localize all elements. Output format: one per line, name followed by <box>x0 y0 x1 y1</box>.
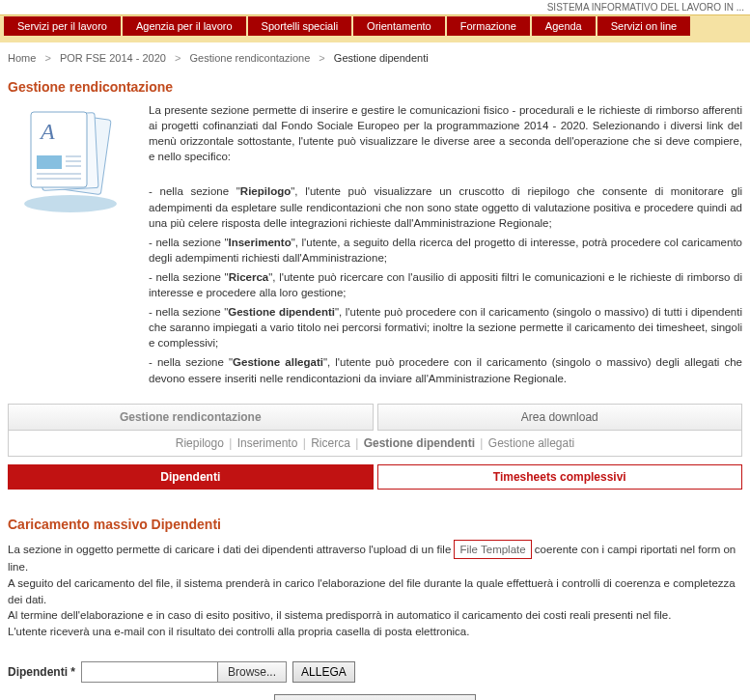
tab-gestione-rendicontazione[interactable]: Gestione rendicontazione <box>8 404 374 431</box>
section-subtitle: Caricamento massivo Dipendenti <box>0 490 750 540</box>
subnav-inserimento[interactable]: Inserimento <box>237 436 298 450</box>
intro-bullet-gestdip: - nella sezione "Gestione dipendenti", l… <box>149 304 742 350</box>
breadcrumb-item-por[interactable]: POR FSE 2014 - 2020 <box>60 52 166 64</box>
subnav-gestdip[interactable]: Gestione dipendenti <box>364 436 475 450</box>
intro-bullet-ricerca: - nella sezione "Ricerca", l'utente può … <box>149 269 742 300</box>
svg-rect-3 <box>31 112 87 187</box>
browse-button[interactable]: Browse... <box>217 662 286 682</box>
intro-text: La presente sezione permette di inserire… <box>149 102 742 390</box>
nav-sportelli-speciali[interactable]: Sportelli speciali <box>248 16 351 36</box>
nav-servizi-lavoro[interactable]: Servizi per il lavoro <box>4 16 121 36</box>
intro-bullet-riepilogo: - nella sezione "Riepilogo", l'utente pu… <box>149 183 742 230</box>
dipendenti-label: Dipendenti * <box>8 665 75 679</box>
breadcrumb-item-home[interactable]: Home <box>8 52 36 64</box>
main-nav: Servizi per il lavoro Agenzia per il lav… <box>0 14 750 42</box>
file-input-text[interactable] <box>82 662 217 682</box>
file-template-link[interactable]: File Template <box>454 540 531 560</box>
sub-nav: Riepilogo | Inserimento | Ricerca | Gest… <box>8 431 742 457</box>
page-title: Gestione rendicontazione <box>0 73 750 102</box>
svg-text:A: A <box>39 119 55 144</box>
breadcrumb-item-gestrend[interactable]: Gestione rendicontazione <box>190 52 311 64</box>
intro-bullet-inserimento: - nella sezione "Inserimento", l'utente,… <box>149 235 742 266</box>
documents-icon: A <box>8 102 133 218</box>
nav-agenda[interactable]: Agenda <box>532 16 596 36</box>
file-input[interactable]: Browse... <box>81 661 287 683</box>
breadcrumb-sep: > <box>169 52 186 64</box>
subnav-gestall[interactable]: Gestione allegati <box>488 436 574 450</box>
tab-timesheets-complessivi[interactable]: Timesheets complessivi <box>377 464 743 490</box>
system-banner: SISTEMA INFORMATIVO DEL LAVORO IN ... <box>0 0 750 14</box>
breadcrumb: Home > POR FSE 2014 - 2020 > Gestione re… <box>0 42 750 73</box>
breadcrumb-sep: > <box>39 52 56 64</box>
breadcrumb-sep: > <box>313 52 330 64</box>
body-text: La sezione in oggetto permette di carica… <box>0 540 750 640</box>
subnav-riepilogo[interactable]: Riepilogo <box>176 436 224 450</box>
tab-area-download[interactable]: Area download <box>377 404 743 431</box>
intro-paragraph: La presente sezione permette di inserire… <box>149 102 742 164</box>
nav-formazione[interactable]: Formazione <box>447 16 530 36</box>
subnav-ricerca[interactable]: Ricerca <box>311 436 350 450</box>
breadcrumb-current: Gestione dipendenti <box>334 52 429 64</box>
close-mass-upload-button[interactable]: CHIUDI CARICAMENTO MASSIVO <box>274 694 476 700</box>
attach-button[interactable]: ALLEGA <box>292 661 355 683</box>
nav-agenzia-lavoro[interactable]: Agenzia per il lavoro <box>123 16 246 36</box>
tab-dipendenti[interactable]: Dipendenti <box>8 464 374 490</box>
nav-orientamento[interactable]: Orientamento <box>353 16 445 36</box>
svg-point-0 <box>24 195 117 212</box>
intro-bullet-gestall: - nella sezione "Gestione allegati", l'u… <box>149 354 742 385</box>
svg-rect-5 <box>37 155 62 169</box>
nav-servizi-online[interactable]: Servizi on line <box>597 16 690 36</box>
